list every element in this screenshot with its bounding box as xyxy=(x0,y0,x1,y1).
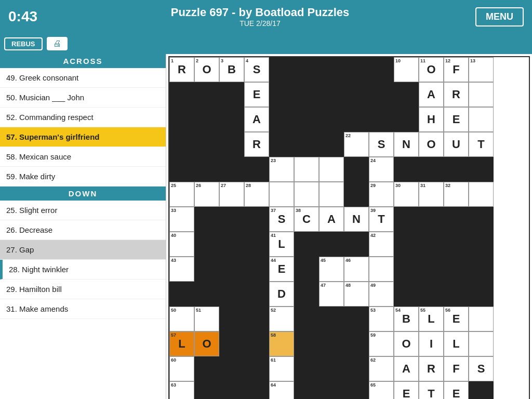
grid-cell-10-13[interactable] xyxy=(469,282,494,307)
grid-cell-7-2[interactable] xyxy=(194,207,219,232)
grid-cell-6-6[interactable] xyxy=(294,182,319,207)
grid-cell-11-8[interactable] xyxy=(344,307,369,331)
grid-cell-1-10[interactable]: 10 xyxy=(394,57,419,82)
grid-cell-3-3[interactable] xyxy=(219,107,244,132)
grid-cell-14-11[interactable]: T xyxy=(419,381,444,399)
grid-cell-14-3[interactable] xyxy=(219,381,244,399)
clue-item-27[interactable]: 27. Gap xyxy=(0,240,166,260)
grid-cell-6-11[interactable]: 31 xyxy=(419,182,444,207)
grid-cell-5-1[interactable] xyxy=(169,157,194,182)
menu-button[interactable]: MENU xyxy=(475,7,524,26)
grid-cell-7-12[interactable] xyxy=(444,207,469,232)
grid-cell-2-9[interactable] xyxy=(369,82,394,107)
grid-cell-13-5[interactable]: 61 xyxy=(269,356,294,381)
grid-cell-5-8[interactable] xyxy=(344,157,369,182)
grid-cell-4-10[interactable]: N xyxy=(394,132,419,157)
grid-cell-13-13[interactable]: S xyxy=(469,356,494,381)
grid-cell-4-2[interactable] xyxy=(194,132,219,157)
grid-cell-9-3[interactable] xyxy=(219,257,244,282)
grid-cell-1-8[interactable] xyxy=(344,57,369,82)
grid-cell-9-13[interactable] xyxy=(469,257,494,282)
grid-cell-3-5[interactable] xyxy=(269,107,294,132)
grid-cell-8-7[interactable] xyxy=(319,232,344,257)
clue-item-59[interactable]: 59. Make dirty xyxy=(0,167,166,187)
grid-cell-12-9[interactable]: 59 xyxy=(369,331,394,356)
grid-cell-4-7[interactable] xyxy=(319,132,344,157)
grid-cell-5-7[interactable] xyxy=(319,157,344,182)
grid-cell-3-13[interactable] xyxy=(469,107,494,132)
grid-cell-8-1[interactable]: 40 xyxy=(169,232,194,257)
grid-cell-9-10[interactable] xyxy=(394,257,419,282)
grid-cell-13-10[interactable]: A xyxy=(394,356,419,381)
grid-cell-7-11[interactable] xyxy=(419,207,444,232)
grid-cell-10-8[interactable]: 48 xyxy=(344,282,369,307)
grid-cell-12-7[interactable] xyxy=(319,331,344,356)
grid-cell-2-2[interactable] xyxy=(194,82,219,107)
grid-cell-9-2[interactable] xyxy=(194,257,219,282)
grid-cell-8-9[interactable]: 42 xyxy=(369,232,394,257)
grid-cell-8-11[interactable] xyxy=(419,232,444,257)
grid-cell-6-9[interactable]: 29 xyxy=(369,182,394,207)
grid-cell-2-6[interactable] xyxy=(294,82,319,107)
grid-cell-5-6[interactable] xyxy=(294,157,319,182)
grid-cell-14-5[interactable]: 64 xyxy=(269,381,294,399)
grid-cell-7-1[interactable]: 33 xyxy=(169,207,194,232)
grid-cell-1-3[interactable]: 3B xyxy=(219,57,244,82)
grid-cell-5-11[interactable] xyxy=(419,157,444,182)
print-button[interactable]: 🖨 xyxy=(47,37,68,50)
grid-cell-13-7[interactable] xyxy=(319,356,344,381)
grid-cell-5-12[interactable] xyxy=(444,157,469,182)
grid-cell-10-12[interactable] xyxy=(444,282,469,307)
grid-cell-12-6[interactable] xyxy=(294,331,319,356)
grid-cell-12-11[interactable]: I xyxy=(419,331,444,356)
grid-cell-12-1[interactable]: 57L xyxy=(169,331,194,356)
grid-cell-12-8[interactable] xyxy=(344,331,369,356)
grid-cell-6-5[interactable] xyxy=(269,182,294,207)
grid-cell-8-10[interactable] xyxy=(394,232,419,257)
grid-cell-5-5[interactable]: 23 xyxy=(269,157,294,182)
grid-cell-14-2[interactable] xyxy=(194,381,219,399)
grid-cell-10-1[interactable] xyxy=(169,282,194,307)
grid-cell-1-7[interactable] xyxy=(319,57,344,82)
grid-cell-3-2[interactable] xyxy=(194,107,219,132)
grid-cell-3-1[interactable] xyxy=(169,107,194,132)
grid-cell-4-8[interactable]: 22 xyxy=(344,132,369,157)
grid-cell-4-13[interactable]: T xyxy=(469,132,494,157)
grid-cell-7-6[interactable]: 38C xyxy=(294,207,319,232)
grid-cell-2-5[interactable] xyxy=(269,82,294,107)
grid-cell-12-3[interactable] xyxy=(219,331,244,356)
grid-cell-12-13[interactable] xyxy=(469,331,494,356)
clue-item-29[interactable]: 29. Hamilton bill xyxy=(0,280,166,299)
grid-cell-12-2[interactable]: O xyxy=(194,331,219,356)
grid-cell-11-9[interactable]: 53 xyxy=(369,307,394,331)
grid-cell-3-8[interactable] xyxy=(344,107,369,132)
grid-cell-11-1[interactable]: 50 xyxy=(169,307,194,331)
grid-cell-4-11[interactable]: O xyxy=(419,132,444,157)
grid-cell-4-5[interactable] xyxy=(269,132,294,157)
grid-cell-14-12[interactable]: E xyxy=(444,381,469,399)
clue-item-50[interactable]: 50. Musician ___ John xyxy=(0,88,166,108)
clue-item-26[interactable]: 26. Decrease xyxy=(0,220,166,240)
grid-cell-8-13[interactable] xyxy=(469,232,494,257)
grid-cell-8-3[interactable] xyxy=(219,232,244,257)
grid-cell-11-5[interactable]: 52 xyxy=(269,307,294,331)
rebus-button[interactable]: REBUS xyxy=(4,37,43,50)
grid-cell-1-9[interactable] xyxy=(369,57,394,82)
grid-cell-2-12[interactable]: R xyxy=(444,82,469,107)
grid-cell-13-1[interactable]: 60 xyxy=(169,356,194,381)
grid-cell-13-6[interactable] xyxy=(294,356,319,381)
grid-cell-9-1[interactable]: 43 xyxy=(169,257,194,282)
grid-cell-3-10[interactable] xyxy=(394,107,419,132)
grid-cell-9-6[interactable] xyxy=(294,257,319,282)
clue-item-57[interactable]: 57. Superman's girlfriend xyxy=(0,127,166,147)
grid-cell-14-8[interactable] xyxy=(344,381,369,399)
grid-cell-9-4[interactable] xyxy=(244,257,269,282)
grid-cell-10-11[interactable] xyxy=(419,282,444,307)
grid-cell-14-13[interactable] xyxy=(469,381,494,399)
grid-cell-11-10[interactable]: 54B xyxy=(394,307,419,331)
grid-cell-7-10[interactable] xyxy=(394,207,419,232)
grid-cell-1-12[interactable]: 12F xyxy=(444,57,469,82)
grid-cell-5-13[interactable] xyxy=(469,157,494,182)
grid-cell-5-10[interactable] xyxy=(394,157,419,182)
grid-cell-14-6[interactable] xyxy=(294,381,319,399)
